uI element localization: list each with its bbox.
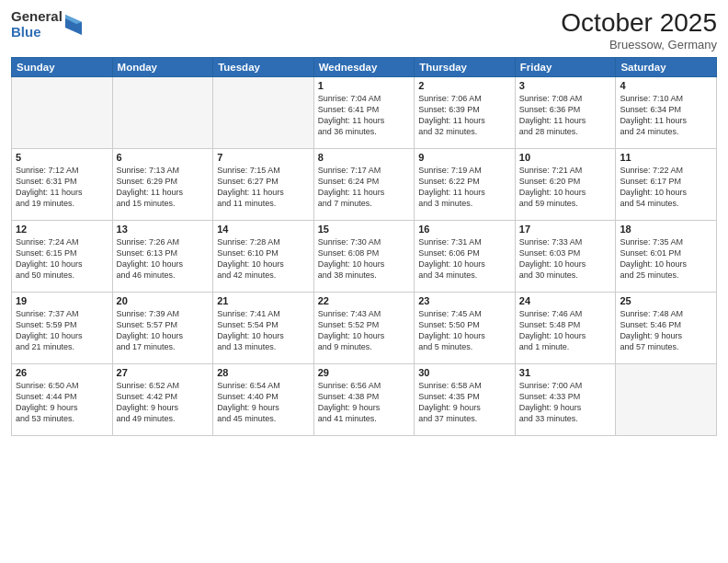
day-cell-w2-d1: 6Sunrise: 7:13 AM Sunset: 6:29 PM Daylig… (112, 148, 213, 220)
header-saturday: Saturday (616, 57, 717, 76)
day-info: Sunrise: 7:22 AM Sunset: 6:17 PM Dayligh… (620, 165, 712, 210)
week-row-2: 5Sunrise: 7:12 AM Sunset: 6:31 PM Daylig… (12, 148, 717, 220)
header: General Blue October 2025 Bruessow, Germ… (11, 9, 717, 52)
day-number: 24 (519, 295, 612, 306)
day-cell-w1-d1 (112, 76, 213, 148)
day-number: 13 (117, 224, 210, 235)
day-number: 14 (217, 224, 310, 235)
day-info: Sunrise: 7:33 AM Sunset: 6:03 PM Dayligh… (519, 236, 612, 282)
day-number: 23 (418, 295, 511, 306)
day-cell-w1-d5: 3Sunrise: 7:08 AM Sunset: 6:36 PM Daylig… (515, 76, 616, 148)
day-info: Sunrise: 6:54 AM Sunset: 4:40 PM Dayligh… (217, 380, 310, 425)
day-cell-w4-d5: 24Sunrise: 7:46 AM Sunset: 5:48 PM Dayli… (515, 292, 616, 363)
day-number: 19 (16, 295, 108, 306)
logo: General Blue (11, 9, 82, 40)
month-title: October 2025 (561, 9, 717, 38)
day-info: Sunrise: 7:04 AM Sunset: 6:41 PM Dayligh… (318, 93, 411, 138)
day-number: 27 (117, 367, 210, 378)
day-info: Sunrise: 6:56 AM Sunset: 4:38 PM Dayligh… (318, 380, 411, 425)
day-info: Sunrise: 7:13 AM Sunset: 6:29 PM Dayligh… (117, 165, 210, 210)
header-thursday: Thursday (415, 57, 516, 76)
week-row-4: 19Sunrise: 7:37 AM Sunset: 5:59 PM Dayli… (12, 292, 717, 363)
day-info: Sunrise: 7:26 AM Sunset: 6:13 PM Dayligh… (117, 236, 210, 282)
day-cell-w3-d4: 16Sunrise: 7:31 AM Sunset: 6:06 PM Dayli… (415, 220, 516, 292)
day-info: Sunrise: 7:12 AM Sunset: 6:31 PM Dayligh… (16, 165, 108, 210)
day-number: 9 (418, 152, 511, 163)
day-cell-w5-d6 (616, 363, 717, 435)
day-cell-w4-d1: 20Sunrise: 7:39 AM Sunset: 5:57 PM Dayli… (112, 292, 213, 363)
logo-general-text: General (11, 9, 63, 25)
day-number: 18 (620, 224, 712, 235)
day-info: Sunrise: 7:24 AM Sunset: 6:15 PM Dayligh… (16, 236, 108, 282)
location-subtitle: Bruessow, Germany (561, 38, 717, 52)
day-number: 17 (519, 224, 612, 235)
calendar-table: Sunday Monday Tuesday Wednesday Thursday… (11, 57, 717, 436)
day-cell-w3-d5: 17Sunrise: 7:33 AM Sunset: 6:03 PM Dayli… (515, 220, 616, 292)
day-info: Sunrise: 7:39 AM Sunset: 5:57 PM Dayligh… (117, 308, 210, 353)
day-cell-w5-d4: 30Sunrise: 6:58 AM Sunset: 4:35 PM Dayli… (415, 363, 516, 435)
day-cell-w1-d6: 4Sunrise: 7:10 AM Sunset: 6:34 PM Daylig… (616, 76, 717, 148)
header-monday: Monday (112, 57, 213, 76)
day-info: Sunrise: 7:15 AM Sunset: 6:27 PM Dayligh… (217, 165, 310, 210)
day-number: 4 (620, 80, 712, 91)
day-info: Sunrise: 6:58 AM Sunset: 4:35 PM Dayligh… (418, 380, 511, 425)
day-number: 10 (519, 152, 612, 163)
day-number: 29 (318, 367, 411, 378)
day-number: 8 (318, 152, 411, 163)
day-number: 20 (117, 295, 210, 306)
day-cell-w5-d0: 26Sunrise: 6:50 AM Sunset: 4:44 PM Dayli… (12, 363, 113, 435)
day-cell-w1-d4: 2Sunrise: 7:06 AM Sunset: 6:39 PM Daylig… (415, 76, 516, 148)
day-info: Sunrise: 7:30 AM Sunset: 6:08 PM Dayligh… (318, 236, 411, 282)
day-info: Sunrise: 7:37 AM Sunset: 5:59 PM Dayligh… (16, 308, 108, 353)
day-number: 5 (16, 152, 108, 163)
day-info: Sunrise: 7:00 AM Sunset: 4:33 PM Dayligh… (519, 380, 612, 425)
day-cell-w3-d3: 15Sunrise: 7:30 AM Sunset: 6:08 PM Dayli… (313, 220, 415, 292)
day-number: 28 (217, 367, 310, 378)
day-cell-w3-d1: 13Sunrise: 7:26 AM Sunset: 6:13 PM Dayli… (112, 220, 213, 292)
day-cell-w5-d2: 28Sunrise: 6:54 AM Sunset: 4:40 PM Dayli… (213, 363, 314, 435)
header-tuesday: Tuesday (213, 57, 314, 76)
day-cell-w2-d0: 5Sunrise: 7:12 AM Sunset: 6:31 PM Daylig… (12, 148, 113, 220)
logo-blue-text: Blue (11, 25, 63, 40)
day-cell-w2-d2: 7Sunrise: 7:15 AM Sunset: 6:27 PM Daylig… (213, 148, 314, 220)
weekday-header-row: Sunday Monday Tuesday Wednesday Thursday… (12, 57, 717, 76)
day-number: 15 (318, 224, 411, 235)
day-cell-w1-d0 (12, 76, 113, 148)
day-cell-w3-d0: 12Sunrise: 7:24 AM Sunset: 6:15 PM Dayli… (12, 220, 113, 292)
day-cell-w2-d3: 8Sunrise: 7:17 AM Sunset: 6:24 PM Daylig… (313, 148, 415, 220)
header-friday: Friday (515, 57, 616, 76)
day-cell-w5-d3: 29Sunrise: 6:56 AM Sunset: 4:38 PM Dayli… (313, 363, 415, 435)
day-cell-w3-d2: 14Sunrise: 7:28 AM Sunset: 6:10 PM Dayli… (213, 220, 314, 292)
day-number: 11 (620, 152, 712, 163)
day-cell-w4-d4: 23Sunrise: 7:45 AM Sunset: 5:50 PM Dayli… (415, 292, 516, 363)
header-sunday: Sunday (12, 57, 113, 76)
week-row-1: 1Sunrise: 7:04 AM Sunset: 6:41 PM Daylig… (12, 76, 717, 148)
day-cell-w2-d5: 10Sunrise: 7:21 AM Sunset: 6:20 PM Dayli… (515, 148, 616, 220)
day-info: Sunrise: 7:43 AM Sunset: 5:52 PM Dayligh… (318, 308, 411, 353)
day-info: Sunrise: 6:52 AM Sunset: 4:42 PM Dayligh… (117, 380, 210, 425)
day-info: Sunrise: 7:19 AM Sunset: 6:22 PM Dayligh… (418, 165, 511, 210)
day-info: Sunrise: 7:17 AM Sunset: 6:24 PM Dayligh… (318, 165, 411, 210)
day-number: 30 (418, 367, 511, 378)
day-cell-w2-d4: 9Sunrise: 7:19 AM Sunset: 6:22 PM Daylig… (415, 148, 516, 220)
day-cell-w2-d6: 11Sunrise: 7:22 AM Sunset: 6:17 PM Dayli… (616, 148, 717, 220)
day-cell-w4-d3: 22Sunrise: 7:43 AM Sunset: 5:52 PM Dayli… (313, 292, 415, 363)
day-number: 3 (519, 80, 612, 91)
day-info: Sunrise: 7:10 AM Sunset: 6:34 PM Dayligh… (620, 93, 712, 138)
day-info: Sunrise: 7:21 AM Sunset: 6:20 PM Dayligh… (519, 165, 612, 210)
day-info: Sunrise: 7:08 AM Sunset: 6:36 PM Dayligh… (519, 93, 612, 138)
day-info: Sunrise: 7:48 AM Sunset: 5:46 PM Dayligh… (620, 308, 712, 353)
day-cell-w5-d5: 31Sunrise: 7:00 AM Sunset: 4:33 PM Dayli… (515, 363, 616, 435)
logo-icon (65, 15, 82, 35)
day-cell-w3-d6: 18Sunrise: 7:35 AM Sunset: 6:01 PM Dayli… (616, 220, 717, 292)
day-info: Sunrise: 7:41 AM Sunset: 5:54 PM Dayligh… (217, 308, 310, 353)
day-number: 21 (217, 295, 310, 306)
page: General Blue October 2025 Bruessow, Germ… (0, 0, 728, 563)
day-number: 31 (519, 367, 612, 378)
day-number: 2 (418, 80, 511, 91)
day-number: 12 (16, 224, 108, 235)
day-cell-w4-d6: 25Sunrise: 7:48 AM Sunset: 5:46 PM Dayli… (616, 292, 717, 363)
day-cell-w1-d2 (213, 76, 314, 148)
day-cell-w4-d2: 21Sunrise: 7:41 AM Sunset: 5:54 PM Dayli… (213, 292, 314, 363)
day-cell-w1-d3: 1Sunrise: 7:04 AM Sunset: 6:41 PM Daylig… (313, 76, 415, 148)
